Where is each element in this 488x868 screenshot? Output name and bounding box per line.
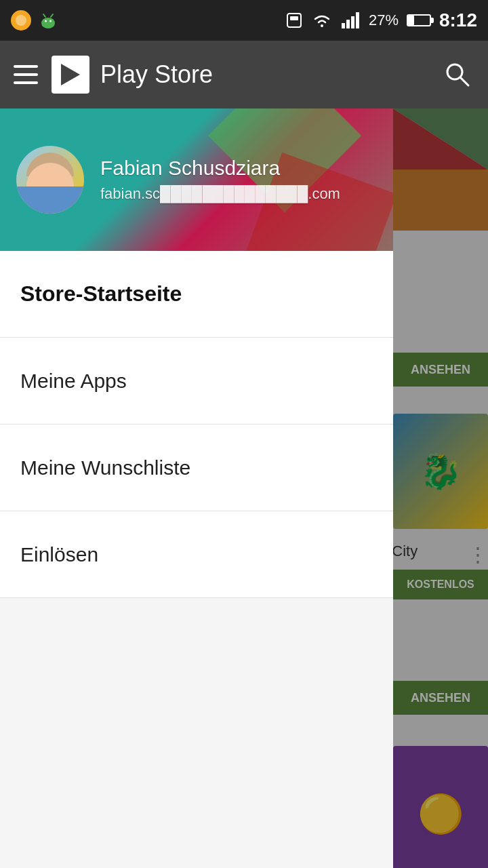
main-content: ANSEHEN 🐉 n City ⋮ KOSTENLOS ANSEHEN 🟡 F… [0, 108, 488, 868]
hamburger-menu-icon[interactable] [14, 62, 38, 87]
search-button[interactable] [441, 58, 474, 92]
app-bar: Play Store [0, 41, 488, 108]
status-bar: 27% 8:12 [0, 0, 488, 41]
svg-rect-14 [356, 12, 359, 28]
drawer-item-my-apps[interactable]: Meine Apps [0, 338, 393, 425]
drawer-item-store-home[interactable]: Store-Startseite [0, 251, 393, 338]
drawer-user-email: fabian.sc██████████████.com [100, 185, 377, 203]
circle-icon [11, 10, 31, 31]
svg-point-10 [321, 24, 323, 27]
svg-point-4 [45, 20, 47, 22]
svg-rect-11 [342, 23, 345, 28]
drawer-item-redeem[interactable]: Einlösen [0, 511, 393, 598]
svg-line-7 [51, 14, 53, 17]
app-title: Play Store [100, 60, 441, 89]
battery-icon [407, 14, 431, 26]
svg-rect-12 [346, 20, 350, 28]
svg-point-5 [49, 20, 52, 22]
drawer-item-my-apps-label: Meine Apps [20, 370, 127, 393]
drawer-user-name: Fabian Schusdziara [100, 157, 377, 180]
avatar-shirt [16, 186, 84, 214]
sim-icon [285, 11, 304, 30]
status-icons-left [11, 10, 58, 31]
drawer-item-redeem-label: Einlösen [20, 543, 98, 566]
android-icon [38, 10, 58, 31]
status-time: 8:12 [439, 9, 477, 31]
drawer-menu: Store-Startseite Meine Apps Meine Wunsch… [0, 251, 393, 868]
drawer-item-store-home-label: Store-Startseite [20, 281, 182, 307]
navigation-drawer: Fabian Schusdziara fabian.sc████████████… [0, 108, 393, 868]
drawer-user-info: Fabian Schusdziara fabian.sc████████████… [100, 157, 377, 203]
drawer-header: Fabian Schusdziara fabian.sc████████████… [0, 108, 393, 251]
svg-line-16 [460, 77, 468, 85]
svg-rect-13 [351, 16, 354, 28]
drawer-item-wishlist-label: Meine Wunschliste [20, 456, 190, 479]
svg-line-6 [43, 14, 45, 17]
svg-rect-2 [42, 22, 45, 26]
svg-rect-9 [290, 16, 298, 20]
signal-icon [340, 11, 361, 30]
wifi-icon [312, 11, 332, 30]
status-icons-right: 27% 8:12 [285, 9, 477, 31]
search-icon [443, 60, 472, 90]
svg-point-0 [16, 15, 26, 26]
drawer-item-wishlist[interactable]: Meine Wunschliste [0, 425, 393, 511]
drawer-spacer [0, 598, 393, 868]
avatar [16, 146, 84, 214]
svg-rect-3 [52, 22, 54, 26]
battery-percent: 27% [369, 12, 399, 29]
play-store-logo [52, 56, 89, 94]
